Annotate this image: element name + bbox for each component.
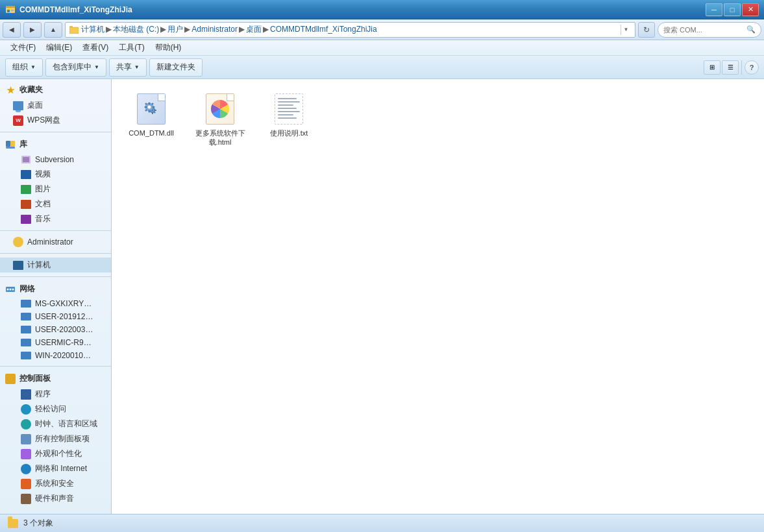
music-icon (21, 215, 31, 224)
include-library-button[interactable]: 包含到库中 ▼ (45, 58, 106, 77)
internet-icon (21, 464, 31, 474)
sidebar-item-subversion[interactable]: Subversion (0, 152, 111, 167)
file-area: COM_DTM.dll 更多系统软件下载.html (112, 79, 764, 514)
sidebar-item-desktop[interactable]: 桌面 (0, 98, 111, 113)
sidebar-item-usermic[interactable]: USERMIC-R9N2S (0, 336, 111, 349)
address-dropdown[interactable]: ▼ (621, 25, 631, 35)
up-button[interactable]: ▲ (44, 22, 62, 38)
address-path: 计算机▶本地磁盘 (C:)▶用户▶Administrator▶桌面▶COMMDT… (81, 24, 618, 35)
svg-rect-29 (153, 106, 155, 108)
svg-rect-7 (6, 141, 10, 147)
maximize-button[interactable]: □ (724, 3, 741, 16)
forward-button[interactable]: ▶ (23, 22, 42, 38)
sidebar-item-internet[interactable]: 网络和 Internet (0, 461, 111, 476)
window-icon (5, 5, 16, 15)
minimize-button[interactable]: ─ (706, 3, 722, 16)
svg-rect-26 (149, 103, 151, 105)
sidebar-library[interactable]: 库 (0, 136, 111, 152)
panel-section: 控制面板 程序 轻松访问 时钟、语言和区域 所有控制面板项 外观和个性化 (0, 368, 111, 509)
sidebar-item-admin[interactable]: Administrator (0, 235, 111, 249)
video-icon (21, 170, 31, 179)
sidebar-item-wps[interactable]: W WPS网盘 (0, 113, 111, 128)
sidebar-item-user1[interactable]: USER-20191220I (0, 310, 111, 323)
menu-file[interactable]: 文件(F) (5, 41, 41, 54)
svg-point-15 (12, 288, 14, 290)
sidebar-favorites[interactable]: ★ 收藏夹 (0, 82, 111, 98)
sidebar-item-security[interactable]: 系统和安全 (0, 476, 111, 491)
view-details-button[interactable]: ☰ (722, 60, 739, 75)
html-icon (204, 92, 236, 126)
txt-line-4 (278, 108, 297, 109)
favorites-section: ★ 收藏夹 桌面 W WPS网盘 (0, 79, 111, 130)
search-input[interactable] (663, 26, 744, 34)
back-button[interactable]: ◀ (3, 22, 21, 38)
clock-icon (21, 419, 31, 429)
file-item-html[interactable]: 更多系统软件下载.html (191, 90, 249, 150)
computer-section: 计算机 (0, 255, 111, 275)
sidebar-item-computer[interactable]: 计算机 (0, 258, 111, 272)
sidebar-item-allpanel[interactable]: 所有控制面板项 (0, 431, 111, 446)
program-icon (21, 389, 31, 400)
hardware-icon (21, 494, 31, 504)
svg-rect-28 (145, 106, 147, 108)
menu-tools[interactable]: 工具(T) (114, 41, 149, 54)
sidebar-item-accessibility[interactable]: 轻松访问 (0, 402, 111, 417)
sidebar-item-win[interactable]: WIN-20200106G (0, 349, 111, 362)
svg-rect-8 (10, 141, 15, 147)
network-usermic-icon (21, 339, 31, 346)
close-button[interactable]: ✕ (742, 3, 759, 16)
security-icon (21, 479, 31, 489)
sidebar-item-video[interactable]: 视频 (0, 167, 111, 182)
svg-rect-3 (11, 10, 14, 11)
computer-icon (13, 261, 23, 270)
address-bar[interactable]: 计算机▶本地磁盘 (C:)▶用户▶Administrator▶桌面▶COMMDT… (65, 22, 635, 38)
wps-icon: W (13, 115, 23, 126)
search-box[interactable]: 🔍 (658, 22, 761, 38)
sidebar-item-clock[interactable]: 时钟、语言和区域 (0, 417, 111, 431)
window-title: COMMDTMdllmf_XiTongZhiJia (19, 5, 132, 14)
title-bar-left: COMMDTMdllmf_XiTongZhiJia (5, 5, 132, 15)
menu-view[interactable]: 查看(V) (77, 41, 114, 54)
sidebar-item-user2[interactable]: USER-20200320I (0, 323, 111, 336)
svg-rect-1 (6, 6, 15, 8)
file-content: COM_DTM.dll 更多系统软件下载.html (112, 79, 764, 514)
color-wheel (211, 100, 229, 118)
help-button[interactable]: ? (745, 60, 759, 75)
refresh-button[interactable]: ↻ (638, 22, 655, 38)
sidebar-item-hardware[interactable]: 硬件和声音 (0, 491, 111, 506)
file-label-dll: COM_DTM.dll (129, 128, 174, 138)
svg-point-25 (148, 106, 151, 109)
svg-rect-19 (152, 112, 153, 114)
network-user1-icon (21, 313, 31, 320)
sidebar-item-ms[interactable]: MS-GXKIXRYJLV (0, 297, 111, 310)
sidebar-item-program[interactable]: 程序 (0, 387, 111, 402)
library-icon (5, 139, 16, 150)
main-container: ★ 收藏夹 桌面 W WPS网盘 (0, 79, 764, 514)
view-icons-button[interactable]: ⊞ (704, 60, 721, 75)
txt-icon (273, 92, 304, 126)
file-item-dll[interactable]: COM_DTM.dll (122, 90, 180, 150)
organize-button[interactable]: 组织 ▼ (5, 58, 43, 77)
window-controls: ─ □ ✕ (706, 3, 759, 16)
svg-point-14 (10, 288, 12, 290)
appearance-icon (21, 449, 31, 459)
sidebar-item-doc[interactable]: 文档 (0, 197, 111, 212)
dll-icon (136, 92, 167, 126)
menu-bar: 文件(F) 编辑(E) 查看(V) 工具(T) 帮助(H) (0, 40, 764, 56)
file-item-txt[interactable]: 使用说明.txt (260, 90, 318, 150)
menu-edit[interactable]: 编辑(E) (41, 41, 77, 54)
sidebar-network[interactable]: 网络 (0, 281, 111, 297)
share-button[interactable]: 共享 ▼ (109, 58, 147, 77)
svg-rect-21 (154, 110, 156, 111)
new-folder-button[interactable]: 新建文件夹 (149, 58, 203, 77)
sidebar-panel[interactable]: 控制面板 (0, 370, 111, 387)
file-label-txt: 使用说明.txt (270, 128, 308, 138)
sidebar-item-music[interactable]: 音乐 (0, 212, 111, 226)
doc-icon (21, 200, 31, 209)
txt-line-7 (278, 117, 297, 119)
sidebar-item-pic[interactable]: 图片 (0, 182, 111, 197)
network-icon (5, 284, 16, 295)
menu-help[interactable]: 帮助(H) (150, 41, 187, 54)
sidebar-item-appearance[interactable]: 外观和个性化 (0, 446, 111, 461)
txt-line-5 (278, 111, 300, 112)
